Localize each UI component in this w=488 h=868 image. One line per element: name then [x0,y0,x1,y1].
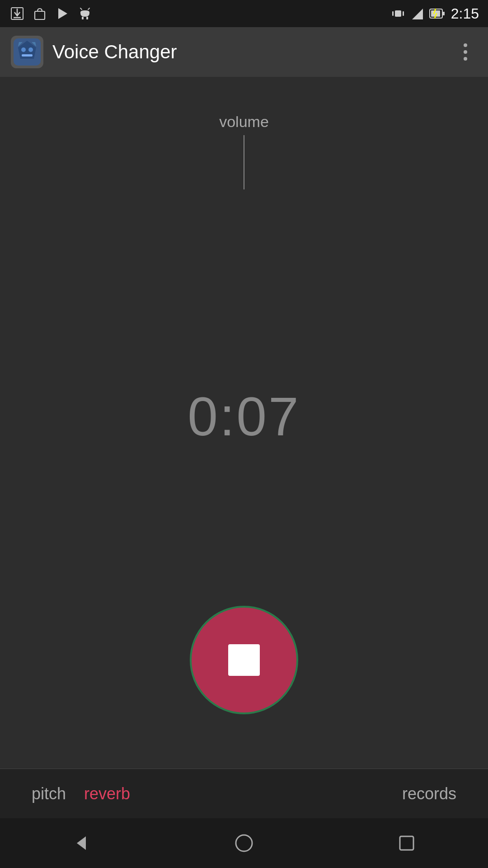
stop-icon [228,644,260,676]
svg-rect-16 [442,12,445,15]
status-bar: 2:15 [0,0,488,27]
svg-point-23 [28,47,33,52]
svg-marker-27 [77,836,86,850]
app-title: Voice Changer [52,41,454,63]
battery-icon [429,7,446,20]
status-icons-left [9,5,93,22]
back-button[interactable] [63,825,99,861]
volume-line [244,135,244,189]
stop-button-container [190,606,298,714]
svg-marker-14 [412,9,423,19]
shop-icon [32,5,48,22]
svg-rect-10 [86,17,88,19]
svg-rect-24 [22,54,33,57]
system-nav [0,818,488,868]
dot-3 [464,57,467,61]
app-bar: Voice Changer [0,27,488,77]
svg-marker-4 [58,8,67,19]
svg-rect-29 [400,836,413,850]
volume-label: volume [219,113,269,131]
volume-section: volume [219,113,269,189]
main-content: volume 0:07 [0,77,488,769]
home-button[interactable] [226,825,262,861]
svg-point-22 [21,47,26,52]
overflow-menu-button[interactable] [454,40,477,64]
dot-2 [464,50,467,54]
play-store-icon [54,5,70,22]
svg-rect-13 [403,11,404,16]
stop-button[interactable] [190,606,298,714]
status-time: 2:15 [451,5,479,22]
svg-rect-3 [35,11,45,19]
nav-item-reverb[interactable]: reverb [75,780,139,808]
dot-1 [464,43,467,47]
svg-rect-12 [392,11,394,16]
status-icons-right: 2:15 [391,5,479,22]
app-icon [11,36,43,68]
vibrate-icon [391,7,405,20]
bottom-nav: pitch reverb records [0,769,488,818]
download-icon [9,5,25,22]
svg-rect-9 [82,17,84,19]
timer-display: 0:07 [188,385,300,448]
nav-item-records[interactable]: records [393,780,465,808]
svg-point-28 [236,835,252,851]
android-icon [77,5,93,22]
nav-item-pitch[interactable]: pitch [23,780,75,808]
signal-icon [410,7,424,20]
recents-button[interactable] [389,825,425,861]
svg-line-8 [88,8,89,9]
svg-line-7 [80,8,82,9]
svg-rect-11 [395,10,401,17]
